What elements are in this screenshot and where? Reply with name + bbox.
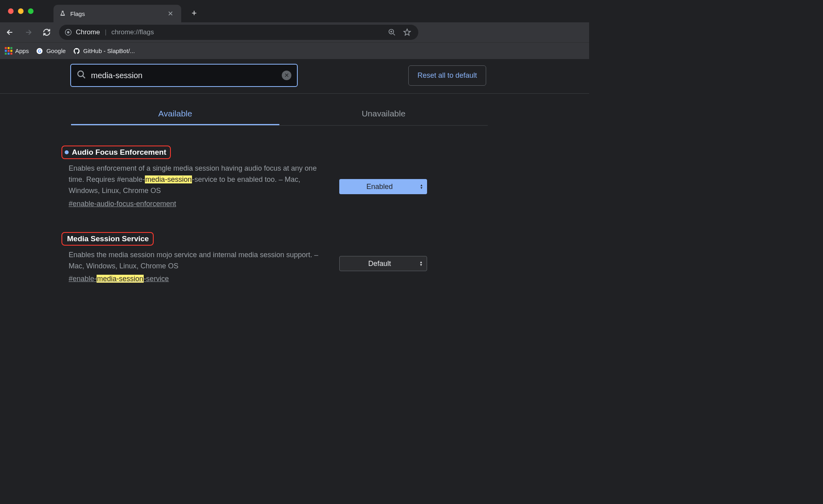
flag-anchor-link[interactable]: #enable-audio-focus-enforcement [69,200,176,208]
tab-unavailable[interactable]: Unavailable [279,103,488,125]
select-arrows-icon: ▲▼ [419,261,423,266]
svg-point-6 [78,71,83,77]
flags-page: ✕ Reset all to default Available Unavail… [0,59,589,283]
flag-item: Audio Focus Enforcement Enables enforcem… [61,146,427,208]
bookmark-label: Google [46,47,65,54]
clear-search-button[interactable]: ✕ [282,71,291,80]
browser-tab[interactable]: Flags ✕ [53,5,181,22]
search-icon [77,70,86,81]
flask-icon [59,10,66,17]
bookmark-label: GitHub - SlapBot/... [83,47,135,54]
flag-title-highlight: Audio Focus Enforcement [61,146,171,159]
tab-bar: Flags ✕ + [0,0,589,22]
browser-toolbar: Chrome | chrome://flags [0,22,589,42]
flag-title-highlight: Media Session Service [61,232,154,246]
chrome-icon [65,29,72,36]
flag-title: Audio Focus Enforcement [72,148,166,157]
flag-item: Media Session Service Enables the media … [61,232,427,284]
bookmarks-bar: Apps G Google GitHub - SlapBot/... [0,42,589,59]
svg-text:G: G [38,48,41,53]
flags-tabs: Available Unavailable [71,103,488,126]
star-icon[interactable] [402,27,413,38]
modified-dot-icon [65,150,69,154]
address-bar[interactable]: Chrome | chrome://flags [59,25,418,40]
select-value: Default [368,260,391,268]
tab-available[interactable]: Available [71,103,279,125]
forward-button[interactable] [22,26,34,38]
search-input[interactable] [91,71,277,80]
flag-anchor-link[interactable]: #enable-media-session-service [69,275,169,283]
window-controls [8,8,34,14]
flag-description: Enables the media session mojo service a… [69,250,327,272]
address-label: Chrome [76,28,100,36]
tab-title: Flags [70,10,161,17]
svg-point-1 [67,31,69,33]
flag-state-select[interactable]: Enabled ▲▼ [339,179,427,194]
apps-bookmark[interactable]: Apps [5,47,29,55]
back-button[interactable] [4,26,16,38]
flag-title: Media Session Service [67,234,149,243]
close-window-button[interactable] [8,8,14,14]
minimize-window-button[interactable] [18,8,24,14]
address-separator: | [105,28,106,36]
google-icon: G [36,47,43,55]
flag-state-select[interactable]: Default ▲▼ [339,256,427,271]
reset-all-button[interactable]: Reset all to default [408,65,486,86]
flags-header: ✕ Reset all to default [0,64,589,94]
flag-description: Enables enforcement of a single media se… [69,163,327,197]
select-value: Enabled [366,183,393,191]
github-icon [73,47,80,55]
zoom-icon[interactable] [386,27,398,38]
google-bookmark[interactable]: G Google [36,47,65,55]
flags-search[interactable]: ✕ [70,64,298,87]
address-url: chrome://flags [111,28,154,36]
maximize-window-button[interactable] [28,8,34,14]
reload-button[interactable] [41,26,53,38]
select-arrows-icon: ▲▼ [420,184,423,189]
close-tab-button[interactable]: ✕ [165,9,176,19]
apps-icon [5,47,12,55]
bookmark-label: Apps [15,47,29,54]
flags-list: Audio Focus Enforcement Enables enforcem… [0,126,435,283]
new-tab-button[interactable]: + [186,5,202,22]
github-bookmark[interactable]: GitHub - SlapBot/... [73,47,135,55]
